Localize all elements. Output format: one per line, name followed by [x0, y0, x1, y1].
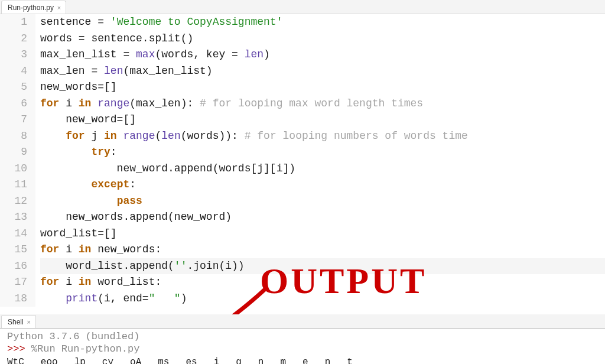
shell-prompt-line: >>> %Run Run-python.py [7, 343, 600, 355]
editor-tab-bar: Run-python.py × [0, 0, 605, 14]
line-number: 7 [0, 112, 27, 128]
output-token: lp [74, 356, 86, 364]
line-number: 10 [0, 161, 27, 177]
line-number: 18 [0, 291, 27, 307]
line-number: 8 [0, 128, 27, 145]
code-line[interactable]: for j in range(len(words)): # for loopin… [40, 128, 605, 145]
code-line[interactable]: new_words=[] [40, 79, 605, 96]
code-line[interactable]: word_list.append(''.join(i)) [40, 258, 605, 275]
code-line[interactable]: max_len_list = max(words, key = len) [40, 47, 605, 63]
code-line[interactable]: new_words.append(new_word) [40, 209, 605, 226]
output-token: g [236, 356, 242, 364]
shell-tab-label: Shell [8, 317, 24, 327]
line-number: 17 [0, 274, 27, 291]
editor-tab[interactable]: Run-python.py × [1, 1, 66, 14]
line-number: 3 [0, 47, 27, 63]
code-line[interactable]: new_word=[] [40, 112, 605, 128]
code-line[interactable]: for i in new_words: [40, 242, 605, 258]
shell-command: %Run Run-python.py [31, 343, 140, 355]
output-token: ms [158, 356, 169, 364]
shell-banner: Python 3.7.6 (bundled) [7, 330, 600, 343]
output-token: WtC [7, 356, 24, 364]
shell-prompt: >>> [7, 343, 25, 355]
code-line[interactable]: for i in word_list: [40, 274, 605, 291]
output-token: n [258, 356, 264, 364]
output-token: oA [130, 356, 141, 364]
shell-tab[interactable]: Shell × [1, 315, 36, 328]
output-token: e [302, 356, 308, 364]
code-line[interactable]: sentence = 'Welcome to CopyAssignment' [40, 14, 605, 31]
output-token: cy [102, 356, 113, 364]
line-number: 4 [0, 63, 27, 80]
code-line[interactable]: for i in range(max_len): # for looping m… [40, 96, 605, 112]
line-number: 9 [0, 144, 27, 161]
code-line[interactable]: pass [40, 193, 605, 210]
close-icon[interactable]: × [56, 5, 62, 11]
output-token: es [186, 356, 197, 364]
output-token: n [325, 356, 331, 364]
line-number: 11 [0, 177, 27, 193]
code-content[interactable]: sentence = 'Welcome to CopyAssignment'wo… [35, 14, 605, 307]
code-line[interactable]: except: [40, 177, 605, 193]
line-number: 6 [0, 96, 27, 112]
code-editor[interactable]: 123456789101112131415161718 sentence = '… [0, 14, 605, 314]
line-number-gutter: 123456789101112131415161718 [0, 14, 35, 307]
code-line[interactable]: words = sentence.split() [40, 31, 605, 47]
output-token: i [214, 356, 220, 364]
output-token: eoo [41, 356, 58, 364]
editor-tab-label: Run-python.py [8, 2, 54, 13]
line-number: 15 [0, 242, 27, 258]
line-number: 5 [0, 79, 27, 96]
shell-pane[interactable]: Python 3.7.6 (bundled) >>> %Run Run-pyth… [0, 329, 605, 364]
line-number: 1 [0, 14, 27, 31]
output-token: t [347, 356, 353, 364]
line-number: 16 [0, 258, 27, 275]
output-token: m [280, 356, 286, 364]
code-line[interactable]: word_list=[] [40, 226, 605, 242]
line-number: 2 [0, 31, 27, 47]
close-icon[interactable]: × [26, 319, 32, 325]
code-line[interactable]: max_len = len(max_len_list) [40, 63, 605, 80]
shell-tab-bar: Shell × [0, 314, 605, 329]
code-line[interactable]: print(i, end=" ") [40, 291, 605, 307]
code-line[interactable]: new_word.append(words[j][i]) [40, 161, 605, 177]
line-number: 12 [0, 193, 27, 210]
code-line[interactable]: try: [40, 144, 605, 161]
shell-output: WtCeoolpcyoAmsesignment [7, 356, 600, 364]
line-number: 13 [0, 209, 27, 226]
line-number: 14 [0, 226, 27, 242]
